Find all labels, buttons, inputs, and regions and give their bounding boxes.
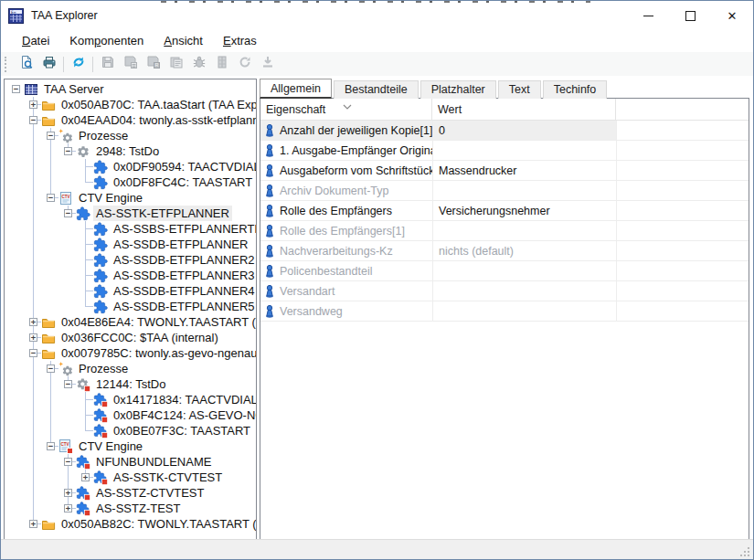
tree-item[interactable]: AS-SSDB-ETFPLANNER2 bbox=[5, 252, 256, 268]
collapse-minus-icon[interactable]: − bbox=[64, 380, 72, 388]
tab-bestandteile[interactable]: Bestandteile bbox=[334, 80, 419, 99]
tree-item[interactable]: −2948: TstDo bbox=[5, 143, 256, 159]
property-value-cell: 0 bbox=[432, 121, 616, 140]
collapse-minus-icon[interactable]: − bbox=[64, 147, 72, 155]
tree-item[interactable]: AS-SSDB-ETFPLANNER3 bbox=[5, 268, 256, 283]
tree-item[interactable]: +0x04E86EA4: TWONLY.TAASTART (Tst... bbox=[5, 314, 256, 330]
expand-plus-icon[interactable]: + bbox=[29, 100, 37, 109]
collapse-minus-icon[interactable]: − bbox=[12, 85, 20, 93]
tree-item[interactable]: +0x050AB70C: TAA.taaStart (TAA Explorer) bbox=[5, 97, 256, 112]
property-row[interactable]: Versandweg bbox=[260, 301, 749, 322]
property-row[interactable]: Rolle des Empfängers[1] bbox=[260, 221, 749, 241]
collapse-minus-icon[interactable]: − bbox=[47, 132, 55, 140]
property-row[interactable]: Rolle des EmpfängersVersicherungsnehmer bbox=[260, 201, 749, 221]
tree-item[interactable]: −Prozesse bbox=[5, 128, 256, 143]
property-value: nichts (default) bbox=[439, 245, 514, 258]
close-button[interactable]: ✕ bbox=[711, 3, 753, 29]
puzzle-red-icon bbox=[76, 502, 90, 516]
expand-plus-icon[interactable]: + bbox=[81, 473, 90, 481]
tree-item[interactable]: 0x14171834: TAACTVDIALOG bbox=[5, 392, 256, 407]
tree-item[interactable]: +0x050AB82C: TWONLY.TAASTART (Tst... bbox=[5, 516, 256, 532]
tree-item[interactable]: AS-SSDB-ETFPLANNER bbox=[5, 237, 256, 252]
expand-plus-icon[interactable]: + bbox=[29, 318, 37, 326]
tree-item[interactable]: −AS-SSTK-ETFPLANNER bbox=[5, 206, 256, 221]
collapse-minus-icon[interactable]: − bbox=[29, 349, 37, 357]
property-row[interactable]: Policenbestandteil bbox=[260, 261, 749, 281]
collapse-minus-icon[interactable]: − bbox=[47, 365, 55, 373]
menu-datei[interactable]: Datei bbox=[12, 31, 59, 50]
property-row[interactable]: 1. Ausgabe-Empfänger Original[1] bbox=[260, 141, 749, 161]
tree-guide-line bbox=[12, 345, 29, 361]
column-header-empty bbox=[616, 99, 749, 120]
tree-item[interactable]: 0x0BE07F3C: TAASTART bbox=[5, 423, 256, 438]
property-empty-cell bbox=[616, 121, 749, 140]
refresh-connection-button[interactable] bbox=[67, 54, 90, 75]
tab-allgemein[interactable]: Allgemein bbox=[260, 79, 332, 99]
tree-item[interactable]: 0x0BF4C124: AS-GEVO-NGEN... bbox=[5, 407, 256, 423]
collapse-minus-icon[interactable]: − bbox=[47, 442, 55, 450]
tree-item[interactable]: −12144: TstDo bbox=[5, 376, 256, 392]
tree-guide-line bbox=[64, 299, 81, 314]
tree-guide-line bbox=[12, 330, 29, 345]
tree-item-label: AS-SSDB-ETFPLANNER4 bbox=[111, 283, 257, 299]
property-row[interactable]: Anzahl der jeweiligen Kopie[1]0 bbox=[260, 121, 749, 141]
tab-techinfo[interactable]: Techinfo bbox=[543, 80, 608, 99]
tree-item[interactable]: AS-SSDB-ETFPLANNER4 bbox=[5, 283, 256, 299]
expand-plus-icon[interactable]: + bbox=[29, 520, 37, 528]
tree-item[interactable]: +AS-SSTZ-CTVTEST bbox=[5, 485, 256, 501]
tree-item[interactable]: −Prozesse bbox=[5, 361, 256, 376]
tree-guide-line bbox=[64, 283, 81, 299]
collapse-minus-icon[interactable]: − bbox=[29, 116, 37, 124]
tree-item[interactable]: −CTVCTV Engine bbox=[5, 438, 256, 454]
tree-item[interactable]: +0x036FCC0C: $TAA (internal) bbox=[5, 330, 256, 345]
tree-connector: − bbox=[47, 128, 58, 143]
tree-item[interactable]: +AS-SSTZ-TEST bbox=[5, 501, 256, 516]
collapse-minus-icon[interactable]: − bbox=[64, 458, 72, 466]
tree-item[interactable]: +AS-SSTK-CTVTEST bbox=[5, 470, 256, 485]
resize-grip[interactable] bbox=[739, 545, 751, 557]
property-row[interactable]: Versandart bbox=[260, 281, 749, 301]
property-row[interactable]: Archiv Dokument-Typ bbox=[260, 181, 749, 201]
minimize-button[interactable] bbox=[627, 3, 669, 29]
expand-plus-icon[interactable]: + bbox=[29, 333, 37, 342]
puzzle-icon bbox=[76, 206, 90, 221]
expand-plus-icon[interactable]: + bbox=[64, 489, 72, 497]
toolbar-grip[interactable] bbox=[5, 57, 9, 72]
collapse-minus-icon[interactable]: − bbox=[47, 194, 55, 202]
property-row[interactable]: Nachverarbeitungs-Kznichts (default) bbox=[260, 241, 749, 261]
preview-document-button[interactable] bbox=[15, 54, 37, 75]
property-value-cell bbox=[432, 181, 616, 200]
property-value-cell: Massendrucker bbox=[432, 161, 616, 180]
collapse-minus-icon[interactable]: − bbox=[64, 209, 72, 217]
maximize-button[interactable] bbox=[669, 3, 711, 29]
tree-item[interactable]: AS-SSBS-ETFPLANNERTITEL bbox=[5, 221, 256, 237]
tree-guide-line bbox=[64, 392, 81, 407]
menu-komponenten[interactable]: Komponenten bbox=[59, 31, 154, 50]
tree-item[interactable]: −0x04EAAD04: twonly.as-sstk-etfplanner (… bbox=[5, 112, 256, 128]
tree-guide-line bbox=[64, 174, 81, 190]
menu-ansicht[interactable]: Ansicht bbox=[154, 31, 213, 50]
app-icon: E= bbox=[8, 8, 24, 24]
menu-extras[interactable]: Extras bbox=[213, 31, 267, 50]
property-value-cell bbox=[432, 141, 616, 160]
printer-icon bbox=[42, 55, 57, 73]
tree-item[interactable]: −CTVCTV Engine bbox=[5, 190, 256, 206]
tab-text[interactable]: Text bbox=[498, 80, 541, 99]
svg-text:R: R bbox=[154, 62, 158, 68]
maximize-icon bbox=[685, 11, 696, 21]
tree-item[interactable]: −NFUNBUNDLENAME bbox=[5, 454, 256, 470]
print-button[interactable] bbox=[37, 54, 60, 75]
puzzle-red-icon bbox=[76, 486, 90, 501]
column-header-wert[interactable]: Wert bbox=[432, 99, 616, 120]
tree-item[interactable]: 0x0DF8FC4C: TAASTART bbox=[5, 174, 256, 190]
tree-item[interactable]: −TAA Server bbox=[5, 81, 256, 97]
tree-item[interactable]: 0x0DF90594: TAACTVDIALOG bbox=[5, 159, 256, 174]
expand-plus-icon[interactable]: + bbox=[64, 504, 72, 512]
tree-item[interactable]: −0x0079785C: twonly.as-gevo-ngenaufz (Te… bbox=[5, 345, 256, 361]
tab-platzhalter[interactable]: Platzhalter bbox=[420, 80, 496, 99]
property-row[interactable]: Ausgabeform vom Schriftstück[1]Massendru… bbox=[260, 161, 749, 181]
tree-item[interactable]: AS-SSDB-ETFPLANNER5 bbox=[5, 299, 256, 314]
tree-guide-line bbox=[12, 97, 29, 112]
pin-icon bbox=[264, 144, 275, 157]
tree-item-label: 0x0DF8FC4C: TAASTART bbox=[111, 174, 255, 190]
